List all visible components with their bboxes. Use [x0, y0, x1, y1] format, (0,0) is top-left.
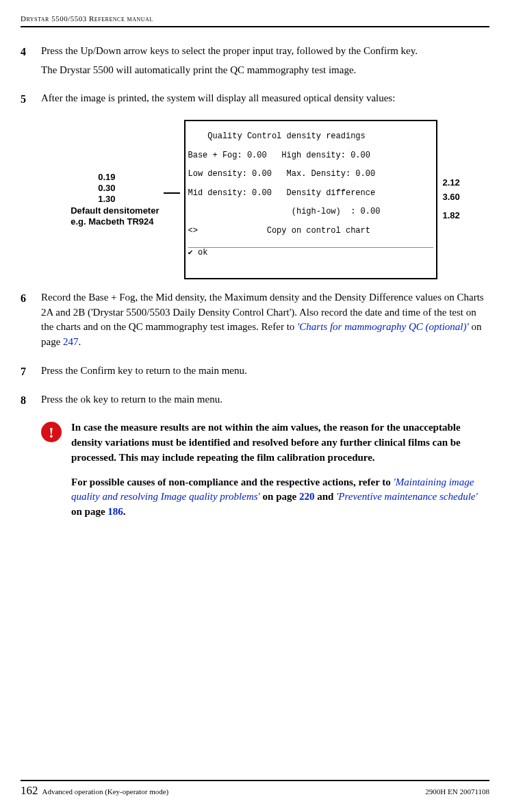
- cross-ref-link[interactable]: 'Charts for mammography QC (optional)': [297, 321, 469, 332]
- warning-paragraph: For possible causes of non-compliance an…: [71, 475, 489, 520]
- step-4: 4 Press the Up/Down arrow keys to select…: [21, 44, 489, 82]
- right-annotation: 2.12 3.60 1.82: [443, 176, 460, 223]
- lcd-row: <> Copy on control chart: [188, 227, 433, 236]
- page-footer: 162 Advanced operation (Key-operator mod…: [21, 780, 489, 800]
- text-run: and: [314, 491, 336, 502]
- lcd-figure: 0.19 0.30 1.30 Default densitometer e.g.…: [41, 120, 489, 279]
- lcd-row: (high-low) : 0.00: [188, 207, 433, 217]
- footer-rule: [21, 780, 489, 781]
- step-number: 4: [21, 44, 41, 82]
- text-run: For possible causes of non-compliance an…: [71, 477, 394, 487]
- lcd-screen: Quality Control density readings Base + …: [184, 120, 437, 279]
- step-text: After the image is printed, the system w…: [41, 91, 489, 106]
- annot-value: 1.30: [98, 194, 159, 205]
- step-text: Press the ok key to return to the main m…: [41, 392, 489, 407]
- annot-value: 2.12: [443, 176, 460, 190]
- annot-value: 0.30: [98, 183, 159, 194]
- step-text: Press the Up/Down arrow keys to select t…: [41, 44, 489, 59]
- step-body: Press the Up/Down arrow keys to select t…: [41, 44, 489, 82]
- step-number: 5: [21, 91, 41, 110]
- step-subtext: The Drystar 5500 will automatically prin…: [41, 63, 489, 78]
- check-icon: ✔: [188, 249, 193, 258]
- annot-label: Default densitometer: [71, 205, 159, 216]
- lcd-row: Mid density: 0.00 Density difference: [188, 189, 433, 199]
- text-run: on page: [71, 506, 107, 517]
- step-text: Press the Confirm key to return to the m…: [41, 364, 489, 379]
- step-number: 8: [21, 392, 41, 411]
- step-6: 6 Record the Base + Fog, the Mid density…: [21, 290, 489, 354]
- step-body: Press the ok key to return to the main m…: [41, 392, 489, 411]
- step-number: 7: [21, 364, 41, 383]
- page-ref-link[interactable]: 247: [63, 336, 79, 347]
- running-header: Drystar 5500/5503 Reference manual: [21, 14, 489, 26]
- warning-icon: !: [41, 422, 62, 442]
- lcd-row: Low density: 0.00 Max. Density: 0.00: [188, 170, 433, 179]
- lcd-row: Base + Fog: 0.00 High density: 0.00: [188, 151, 433, 161]
- lcd-title: Quality Control density readings: [188, 132, 433, 142]
- lcd-ok-label: ok: [198, 248, 207, 257]
- step-5: 5 After the image is printed, the system…: [21, 91, 489, 110]
- page-ref-link[interactable]: 220: [299, 491, 315, 502]
- step-body: Record the Base + Fog, the Mid density, …: [41, 290, 489, 354]
- left-annotation: 0.19 0.30 1.30 Default densitometer e.g.…: [71, 172, 159, 227]
- text-run: on page: [260, 491, 299, 502]
- footer-left-text: Advanced operation (Key-operator mode): [42, 787, 426, 798]
- cross-ref-link[interactable]: 'Preventive maintenance schedule': [336, 491, 478, 502]
- footer-right-text: 2900H EN 20071108: [425, 787, 489, 798]
- page-number: 162: [21, 783, 38, 800]
- annot-label: e.g. Macbeth TR924: [71, 216, 159, 227]
- warning-text: In case the measure results are not with…: [71, 420, 489, 520]
- step-number: 6: [21, 290, 41, 354]
- header-rule: [21, 26, 489, 27]
- text-run: .: [79, 336, 81, 347]
- annot-value: 1.82: [443, 209, 460, 223]
- warning-block: ! In case the measure results are not wi…: [41, 420, 489, 520]
- step-7: 7 Press the Confirm key to return to the…: [21, 364, 489, 383]
- leader-line-icon: [164, 192, 180, 194]
- lcd-ok-row: ✔ ok: [188, 247, 433, 258]
- page-ref-link[interactable]: 186: [107, 506, 123, 517]
- annot-value: 0.19: [98, 172, 159, 183]
- step-8: 8 Press the ok key to return to the main…: [21, 392, 489, 411]
- text-run: .: [123, 506, 126, 517]
- step-body: Press the Confirm key to return to the m…: [41, 364, 489, 383]
- step-text: Record the Base + Fog, the Mid density, …: [41, 290, 489, 350]
- annot-value: 3.60: [443, 190, 460, 205]
- warning-paragraph: In case the measure results are not with…: [71, 420, 489, 465]
- step-body: After the image is printed, the system w…: [41, 91, 489, 110]
